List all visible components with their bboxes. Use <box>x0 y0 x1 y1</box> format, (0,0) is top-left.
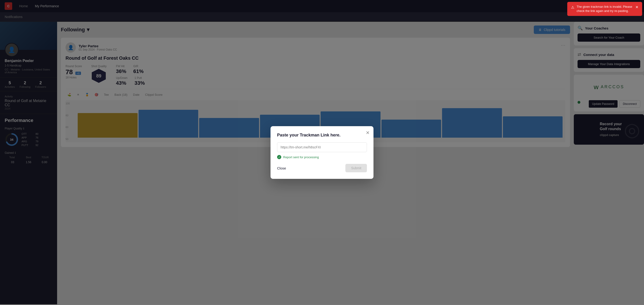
modal-title: Paste your Trackman Link here. <box>277 133 367 138</box>
modal-success-message: ✓ Report sent for processing <box>277 155 367 159</box>
trackman-link-input[interactable] <box>277 142 367 152</box>
success-text: Report sent for processing <box>283 156 319 159</box>
modal-overlay: Paste your Trackman Link here. ✕ ✓ Repor… <box>0 0 644 304</box>
warning-icon: ⚠ <box>571 5 574 10</box>
modal-actions: Close Submit <box>277 164 367 172</box>
trackman-modal: Paste your Trackman Link here. ✕ ✓ Repor… <box>270 126 374 179</box>
success-check-icon: ✓ <box>277 155 281 159</box>
toast-message: The given trackman link is invalid. Plea… <box>576 5 633 13</box>
modal-close-button[interactable]: Close <box>277 166 286 170</box>
toast-close-button[interactable]: ✕ <box>635 5 638 10</box>
error-toast: ⚠ The given trackman link is invalid. Pl… <box>567 2 642 16</box>
modal-submit-button[interactable]: Submit <box>346 164 367 172</box>
modal-close-x-button[interactable]: ✕ <box>366 130 370 136</box>
